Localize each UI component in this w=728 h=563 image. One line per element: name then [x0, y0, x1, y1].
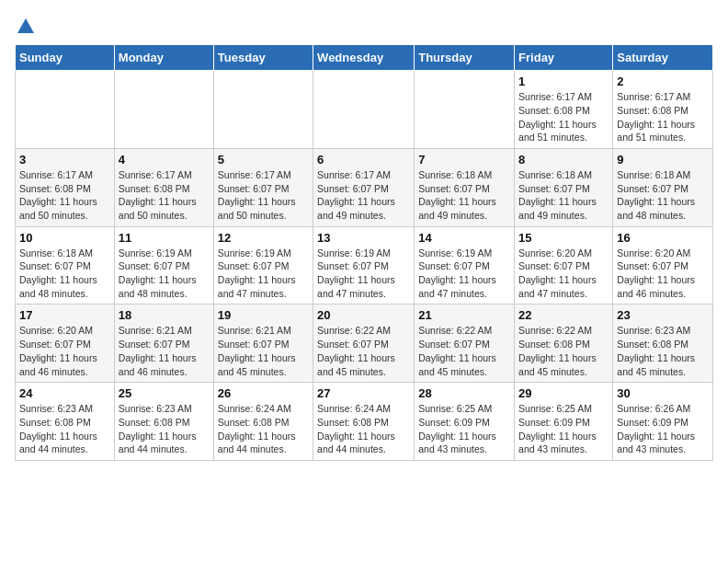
day-info: Sunrise: 6:19 AM Sunset: 6:07 PM Dayligh… [317, 247, 410, 301]
calendar-cell: 18Sunrise: 6:21 AM Sunset: 6:07 PM Dayli… [114, 304, 213, 383]
calendar-cell: 9Sunrise: 6:18 AM Sunset: 6:07 PM Daylig… [613, 148, 713, 226]
day-info: Sunrise: 6:17 AM Sunset: 6:08 PM Dayligh… [518, 90, 609, 144]
calendar-cell: 1Sunrise: 6:17 AM Sunset: 6:08 PM Daylig… [515, 71, 613, 149]
calendar-cell: 26Sunrise: 6:24 AM Sunset: 6:08 PM Dayli… [213, 383, 313, 461]
calendar-table: SundayMondayTuesdayWednesdayThursdayFrid… [15, 44, 713, 461]
day-number: 20 [317, 308, 410, 322]
day-number: 15 [518, 231, 609, 245]
day-info: Sunrise: 6:22 AM Sunset: 6:07 PM Dayligh… [418, 324, 510, 378]
logo [15, 15, 37, 37]
day-info: Sunrise: 6:17 AM Sunset: 6:08 PM Dayligh… [119, 168, 210, 223]
day-number: 17 [19, 308, 110, 322]
day-number: 2 [617, 75, 709, 88]
calendar-cell: 3Sunrise: 6:17 AM Sunset: 6:08 PM Daylig… [16, 148, 115, 226]
day-number: 21 [418, 308, 510, 322]
day-number: 6 [317, 153, 410, 167]
day-number: 11 [119, 231, 210, 245]
day-number: 23 [617, 308, 709, 322]
calendar-cell: 5Sunrise: 6:17 AM Sunset: 6:07 PM Daylig… [213, 148, 313, 226]
weekday-header: Sunday [16, 45, 115, 71]
calendar-cell: 27Sunrise: 6:24 AM Sunset: 6:08 PM Dayli… [313, 383, 415, 461]
day-number: 16 [617, 231, 709, 245]
calendar-cell: 16Sunrise: 6:20 AM Sunset: 6:07 PM Dayli… [613, 226, 713, 304]
calendar-cell: 7Sunrise: 6:18 AM Sunset: 6:07 PM Daylig… [415, 148, 515, 226]
calendar-cell: 29Sunrise: 6:25 AM Sunset: 6:09 PM Dayli… [515, 383, 613, 461]
day-info: Sunrise: 6:20 AM Sunset: 6:07 PM Dayligh… [617, 247, 709, 301]
day-number: 27 [317, 386, 410, 400]
calendar-cell: 25Sunrise: 6:23 AM Sunset: 6:08 PM Dayli… [114, 383, 213, 461]
day-number: 8 [518, 153, 609, 167]
calendar-week-row: 24Sunrise: 6:23 AM Sunset: 6:08 PM Dayli… [16, 383, 713, 461]
logo-icon [16, 17, 36, 37]
calendar-cell: 2Sunrise: 6:17 AM Sunset: 6:08 PM Daylig… [613, 71, 713, 149]
day-info: Sunrise: 6:18 AM Sunset: 6:07 PM Dayligh… [518, 168, 609, 223]
calendar-cell: 21Sunrise: 6:22 AM Sunset: 6:07 PM Dayli… [415, 304, 515, 383]
day-info: Sunrise: 6:18 AM Sunset: 6:07 PM Dayligh… [617, 168, 709, 223]
day-number: 30 [617, 386, 709, 400]
day-info: Sunrise: 6:22 AM Sunset: 6:07 PM Dayligh… [317, 324, 410, 378]
day-info: Sunrise: 6:17 AM Sunset: 6:07 PM Dayligh… [317, 168, 410, 223]
day-number: 13 [317, 231, 410, 245]
calendar-cell: 19Sunrise: 6:21 AM Sunset: 6:07 PM Dayli… [213, 304, 313, 383]
svg-marker-0 [17, 18, 34, 33]
calendar-cell: 8Sunrise: 6:18 AM Sunset: 6:07 PM Daylig… [515, 148, 613, 226]
calendar-cell: 30Sunrise: 6:26 AM Sunset: 6:09 PM Dayli… [613, 383, 713, 461]
day-info: Sunrise: 6:18 AM Sunset: 6:07 PM Dayligh… [418, 168, 510, 223]
day-number: 29 [518, 386, 609, 400]
day-info: Sunrise: 6:19 AM Sunset: 6:07 PM Dayligh… [418, 247, 510, 301]
day-info: Sunrise: 6:22 AM Sunset: 6:08 PM Dayligh… [518, 324, 609, 378]
calendar-cell [16, 71, 115, 149]
calendar-cell: 6Sunrise: 6:17 AM Sunset: 6:07 PM Daylig… [313, 148, 415, 226]
calendar-cell: 17Sunrise: 6:20 AM Sunset: 6:07 PM Dayli… [16, 304, 115, 383]
day-info: Sunrise: 6:26 AM Sunset: 6:09 PM Dayligh… [617, 402, 709, 456]
day-number: 24 [19, 386, 110, 400]
calendar-cell: 14Sunrise: 6:19 AM Sunset: 6:07 PM Dayli… [415, 226, 515, 304]
calendar-cell [313, 71, 415, 149]
day-info: Sunrise: 6:24 AM Sunset: 6:08 PM Dayligh… [317, 402, 410, 456]
calendar-week-row: 1Sunrise: 6:17 AM Sunset: 6:08 PM Daylig… [16, 71, 713, 149]
calendar-cell [114, 71, 213, 149]
day-number: 5 [218, 153, 309, 167]
page-header [15, 15, 713, 37]
weekday-header: Friday [515, 45, 613, 71]
calendar-cell: 20Sunrise: 6:22 AM Sunset: 6:07 PM Dayli… [313, 304, 415, 383]
calendar-week-row: 10Sunrise: 6:18 AM Sunset: 6:07 PM Dayli… [16, 226, 713, 304]
calendar-cell: 15Sunrise: 6:20 AM Sunset: 6:07 PM Dayli… [515, 226, 613, 304]
calendar-cell: 22Sunrise: 6:22 AM Sunset: 6:08 PM Dayli… [515, 304, 613, 383]
day-number: 7 [418, 153, 510, 167]
calendar-cell: 28Sunrise: 6:25 AM Sunset: 6:09 PM Dayli… [415, 383, 515, 461]
day-number: 22 [518, 308, 609, 322]
day-number: 14 [418, 231, 510, 245]
day-info: Sunrise: 6:19 AM Sunset: 6:07 PM Dayligh… [119, 247, 210, 301]
day-number: 26 [218, 386, 309, 400]
calendar-header-row: SundayMondayTuesdayWednesdayThursdayFrid… [16, 45, 713, 71]
weekday-header: Monday [114, 45, 213, 71]
weekday-header: Tuesday [213, 45, 313, 71]
day-info: Sunrise: 6:17 AM Sunset: 6:08 PM Dayligh… [617, 90, 709, 144]
calendar-cell: 11Sunrise: 6:19 AM Sunset: 6:07 PM Dayli… [114, 226, 213, 304]
day-info: Sunrise: 6:24 AM Sunset: 6:08 PM Dayligh… [218, 402, 309, 456]
logo-text [15, 15, 37, 37]
day-number: 19 [218, 308, 309, 322]
day-number: 25 [119, 386, 210, 400]
day-number: 12 [218, 231, 309, 245]
calendar-cell: 23Sunrise: 6:23 AM Sunset: 6:08 PM Dayli… [613, 304, 713, 383]
day-number: 28 [418, 386, 510, 400]
calendar-cell [415, 71, 515, 149]
day-number: 1 [518, 75, 609, 88]
calendar-week-row: 17Sunrise: 6:20 AM Sunset: 6:07 PM Dayli… [16, 304, 713, 383]
calendar-cell: 24Sunrise: 6:23 AM Sunset: 6:08 PM Dayli… [16, 383, 115, 461]
day-info: Sunrise: 6:25 AM Sunset: 6:09 PM Dayligh… [418, 402, 510, 456]
day-info: Sunrise: 6:25 AM Sunset: 6:09 PM Dayligh… [518, 402, 609, 456]
day-info: Sunrise: 6:21 AM Sunset: 6:07 PM Dayligh… [218, 324, 309, 378]
weekday-header: Thursday [415, 45, 515, 71]
calendar-cell: 4Sunrise: 6:17 AM Sunset: 6:08 PM Daylig… [114, 148, 213, 226]
calendar-cell: 13Sunrise: 6:19 AM Sunset: 6:07 PM Dayli… [313, 226, 415, 304]
day-number: 4 [119, 153, 210, 167]
day-number: 18 [119, 308, 210, 322]
day-info: Sunrise: 6:23 AM Sunset: 6:08 PM Dayligh… [119, 402, 210, 456]
calendar-cell: 10Sunrise: 6:18 AM Sunset: 6:07 PM Dayli… [16, 226, 115, 304]
day-number: 10 [19, 231, 110, 245]
day-info: Sunrise: 6:20 AM Sunset: 6:07 PM Dayligh… [518, 247, 609, 301]
day-info: Sunrise: 6:23 AM Sunset: 6:08 PM Dayligh… [617, 324, 709, 378]
